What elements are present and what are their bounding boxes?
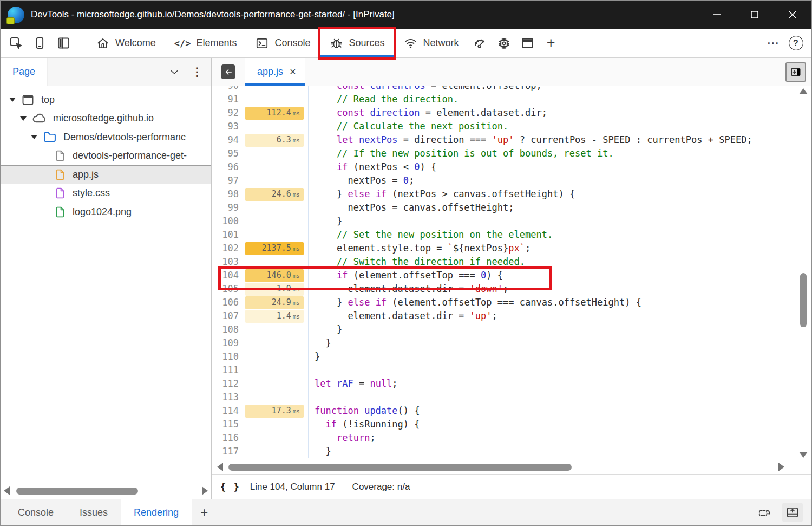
frame-icon [21,93,35,107]
line-number[interactable]: 94 [212,133,244,147]
tab-console[interactable]: Console [246,29,319,57]
editor-tab-appjs[interactable]: app.js × [245,58,305,86]
line-number[interactable]: 98 [212,187,244,201]
close-button[interactable] [774,1,811,29]
expand-arrow-icon[interactable] [20,116,27,121]
chevron-down-icon[interactable] [162,61,186,83]
close-tab-icon[interactable]: × [290,66,296,78]
line-number[interactable]: 113 [212,391,244,404]
line-number[interactable]: 111 [212,363,244,377]
editor-hscroll-thumb[interactable] [228,464,572,471]
line-number[interactable]: 109 [212,336,244,350]
tree-item-top[interactable]: top [1,90,211,109]
minimize-button[interactable] [698,1,736,29]
tree-item-app-js[interactable]: app.js [1,165,211,184]
code-line-115: 115 if (!isRunning) { [212,418,795,431]
tab-welcome[interactable]: Welcome [87,29,165,57]
drawer-tab-console[interactable]: Console [5,499,67,525]
inspect-button[interactable] [4,32,28,55]
focus-panel-button[interactable] [51,32,75,55]
tree-item-style-css[interactable]: style.css [1,184,211,203]
line-number[interactable]: 103 [212,255,244,269]
line-number[interactable]: 105 [212,282,244,296]
maximize-button[interactable] [736,1,774,29]
open-panel-right-button[interactable] [785,62,806,82]
tab-elements[interactable]: </>Elements [165,29,246,57]
editor-vscroll-thumb[interactable] [800,273,807,327]
line-number[interactable]: 102 [212,242,244,255]
expand-panel-icon [785,505,800,519]
scroll-left-icon[interactable] [4,486,10,495]
line-timing-cell [244,418,308,431]
more-tabs-button[interactable]: + [540,32,562,55]
line-timing-cell [244,147,308,160]
line-number[interactable]: 100 [212,215,244,228]
more-tools-button[interactable]: + [192,499,217,525]
expand-arrow-icon[interactable] [9,98,16,102]
line-number[interactable]: 92 [212,106,244,120]
code-text: if (!isRunning) { [308,418,795,431]
line-timing-cell: 146.0ms [244,269,308,282]
line-number[interactable]: 90 [212,86,244,93]
sidebar-hscroll-thumb[interactable] [16,488,138,495]
navigator-sidebar: Page ⋮ topmicrosoftedge.github.ioDemos/d… [1,58,212,499]
line-number[interactable]: 110 [212,350,244,363]
help-button[interactable]: ? [784,32,807,55]
expand-panel-button[interactable] [782,503,803,522]
line-number[interactable]: 101 [212,228,244,242]
drawer-tab-rendering[interactable]: Rendering [121,499,192,525]
line-number[interactable]: 116 [212,431,244,445]
scroll-right-icon[interactable] [202,486,208,495]
code-line-99: 99 nextPos = canvas.offsetHeight; [212,201,795,215]
pretty-print-button[interactable]: { } [220,482,240,492]
back-navigation-button[interactable] [221,64,235,79]
line-number[interactable]: 97 [212,174,244,187]
line-number[interactable]: 95 [212,147,244,160]
drawer-tab-issues[interactable]: Issues [67,499,121,525]
line-number[interactable]: 117 [212,445,244,458]
performance-button[interactable] [468,32,492,55]
more-options-button[interactable]: ⋯ [762,32,784,55]
code-text: nextPos = canvas.offsetHeight; [308,201,795,215]
scroll-down-icon[interactable] [799,452,808,458]
line-number[interactable]: 106 [212,296,244,309]
line-number[interactable]: 108 [212,323,244,336]
line-number[interactable]: 107 [212,309,244,323]
line-number[interactable]: 115 [212,418,244,431]
dock-refresh-button[interactable] [754,503,775,522]
expand-arrow-icon[interactable] [31,135,37,139]
application-button[interactable] [516,32,540,55]
sources-editor: app.js × 90 const currentPos = element.o… [212,58,811,499]
code-line-117: 117 } [212,445,795,458]
code-text: } [308,215,795,228]
tree-item-demos-devtools-performanc[interactable]: Demos/devtools-performanc [1,128,211,147]
code-line-94: 946.3ms let nextPos = direction === 'up'… [212,133,795,147]
line-number[interactable]: 99 [212,201,244,215]
tab-sources[interactable]: Sources [320,29,394,57]
tab-network[interactable]: Network [394,29,468,57]
code-text: } [308,323,795,336]
tree-item-microsoftedge-github-io[interactable]: microsoftedge.github.io [1,109,211,128]
device-emulation-button[interactable] [28,32,51,55]
line-number[interactable]: 114 [212,404,244,418]
folder-icon [42,129,57,145]
scroll-right-icon[interactable] [778,463,784,471]
navigator-menu-button[interactable]: ⋮ [186,66,208,79]
memory-button[interactable] [492,32,516,55]
line-number[interactable]: 91 [212,93,244,106]
line-number[interactable]: 96 [212,160,244,174]
file-tree: topmicrosoftedge.github.ioDemos/devtools… [1,86,211,483]
tree-item-devtools-performance-get-[interactable]: devtools-performance-get- [1,147,211,166]
line-timing-cell [244,228,308,242]
tab-page[interactable]: Page [1,58,48,86]
line-number[interactable]: 104 [212,269,244,282]
editor-vscrollbar[interactable] [795,86,811,460]
line-number[interactable]: 93 [212,120,244,133]
scroll-left-icon[interactable] [217,463,223,471]
editor-hscrollbar[interactable] [212,460,811,474]
line-timing-cell [244,255,308,269]
tree-item-logo1024-png[interactable]: logo1024.png [1,203,211,222]
sidebar-hscrollbar[interactable] [1,483,211,499]
scroll-up-icon[interactable] [799,88,808,94]
line-number[interactable]: 112 [212,377,244,391]
